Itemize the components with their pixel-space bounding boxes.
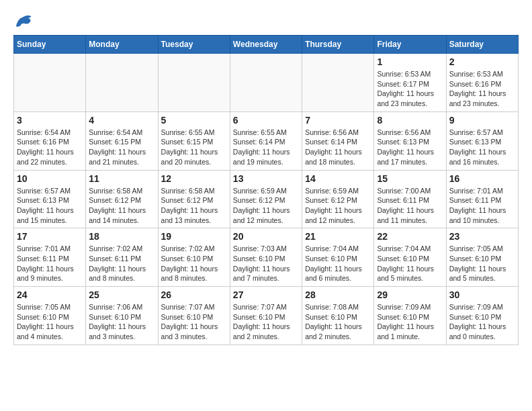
calendar-cell: 3Sunrise: 6:54 AMSunset: 6:16 PMDaylight… — [14, 111, 86, 170]
calendar-cell: 22Sunrise: 7:04 AMSunset: 6:10 PMDayligh… — [374, 228, 446, 287]
day-info: Sunrise: 7:05 AMSunset: 6:10 PMDaylight:… — [449, 244, 515, 283]
page-header — [13, 13, 519, 28]
logo-bird-icon — [13, 13, 32, 28]
calendar-cell: 4Sunrise: 6:54 AMSunset: 6:15 PMDaylight… — [86, 111, 158, 170]
day-number: 13 — [233, 173, 299, 184]
calendar-cell: 11Sunrise: 6:58 AMSunset: 6:12 PMDayligh… — [86, 170, 158, 228]
day-number: 26 — [161, 289, 227, 300]
calendar-cell: 9Sunrise: 6:57 AMSunset: 6:13 PMDaylight… — [446, 111, 518, 170]
day-info: Sunrise: 7:08 AMSunset: 6:10 PMDaylight:… — [305, 302, 371, 342]
day-info: Sunrise: 6:57 AMSunset: 6:13 PMDaylight:… — [449, 128, 515, 167]
calendar-header-row: SundayMondayTuesdayWednesdayThursdayFrid… — [14, 36, 519, 54]
day-number: 22 — [377, 231, 443, 242]
day-info: Sunrise: 7:09 AMSunset: 6:10 PMDaylight:… — [377, 302, 443, 342]
calendar-day-header: Sunday — [14, 36, 86, 54]
day-info: Sunrise: 7:03 AMSunset: 6:10 PMDaylight:… — [233, 244, 299, 283]
calendar-cell: 29Sunrise: 7:09 AMSunset: 6:10 PMDayligh… — [374, 287, 446, 345]
calendar-cell: 18Sunrise: 7:02 AMSunset: 6:11 PMDayligh… — [86, 228, 158, 287]
day-info: Sunrise: 6:58 AMSunset: 6:12 PMDaylight:… — [161, 186, 227, 226]
day-number: 28 — [305, 289, 371, 300]
calendar-day-header: Tuesday — [158, 36, 230, 54]
day-info: Sunrise: 6:57 AMSunset: 6:13 PMDaylight:… — [17, 186, 83, 226]
day-number: 25 — [89, 289, 154, 300]
calendar-cell: 24Sunrise: 7:05 AMSunset: 6:10 PMDayligh… — [14, 287, 86, 345]
day-info: Sunrise: 7:06 AMSunset: 6:10 PMDaylight:… — [89, 302, 154, 342]
calendar-cell: 1Sunrise: 6:53 AMSunset: 6:17 PMDaylight… — [374, 54, 446, 112]
calendar-cell: 6Sunrise: 6:55 AMSunset: 6:14 PMDaylight… — [230, 111, 302, 170]
calendar-cell: 2Sunrise: 6:53 AMSunset: 6:16 PMDaylight… — [446, 54, 518, 112]
day-info: Sunrise: 6:58 AMSunset: 6:12 PMDaylight:… — [89, 186, 154, 226]
calendar-cell: 13Sunrise: 6:59 AMSunset: 6:12 PMDayligh… — [230, 170, 302, 228]
logo — [13, 13, 35, 28]
day-number: 16 — [449, 173, 515, 184]
calendar-cell — [158, 54, 230, 112]
day-info: Sunrise: 6:56 AMSunset: 6:13 PMDaylight:… — [377, 128, 443, 167]
calendar-cell: 15Sunrise: 7:00 AMSunset: 6:11 PMDayligh… — [374, 170, 446, 228]
day-number: 23 — [449, 231, 515, 242]
day-info: Sunrise: 7:01 AMSunset: 6:11 PMDaylight:… — [449, 186, 515, 226]
calendar-cell: 16Sunrise: 7:01 AMSunset: 6:11 PMDayligh… — [446, 170, 518, 228]
day-number: 27 — [233, 289, 299, 300]
day-number: 12 — [161, 173, 227, 184]
day-number: 5 — [161, 115, 227, 126]
day-number: 10 — [17, 173, 83, 184]
calendar-day-header: Thursday — [302, 36, 374, 54]
day-info: Sunrise: 6:59 AMSunset: 6:12 PMDaylight:… — [233, 186, 299, 226]
calendar-cell: 26Sunrise: 7:07 AMSunset: 6:10 PMDayligh… — [158, 287, 230, 345]
calendar-cell: 8Sunrise: 6:56 AMSunset: 6:13 PMDaylight… — [374, 111, 446, 170]
day-info: Sunrise: 6:56 AMSunset: 6:14 PMDaylight:… — [305, 128, 371, 167]
day-info: Sunrise: 6:54 AMSunset: 6:15 PMDaylight:… — [89, 128, 154, 167]
day-info: Sunrise: 7:02 AMSunset: 6:11 PMDaylight:… — [89, 244, 154, 283]
day-info: Sunrise: 7:04 AMSunset: 6:10 PMDaylight:… — [377, 244, 443, 283]
day-number: 24 — [17, 289, 83, 300]
calendar-cell: 23Sunrise: 7:05 AMSunset: 6:10 PMDayligh… — [446, 228, 518, 287]
calendar-cell: 17Sunrise: 7:01 AMSunset: 6:11 PMDayligh… — [14, 228, 86, 287]
day-number: 4 — [89, 115, 154, 126]
day-number: 20 — [233, 231, 299, 242]
day-info: Sunrise: 7:02 AMSunset: 6:10 PMDaylight:… — [161, 244, 227, 283]
day-number: 1 — [377, 56, 443, 67]
day-number: 8 — [377, 115, 443, 126]
calendar-cell: 27Sunrise: 7:07 AMSunset: 6:10 PMDayligh… — [230, 287, 302, 345]
calendar-week-row: 17Sunrise: 7:01 AMSunset: 6:11 PMDayligh… — [14, 228, 519, 287]
calendar-week-row: 24Sunrise: 7:05 AMSunset: 6:10 PMDayligh… — [14, 287, 519, 345]
calendar-cell — [302, 54, 374, 112]
day-info: Sunrise: 6:54 AMSunset: 6:16 PMDaylight:… — [17, 128, 83, 167]
day-number: 11 — [89, 173, 154, 184]
day-number: 18 — [89, 231, 154, 242]
calendar-week-row: 10Sunrise: 6:57 AMSunset: 6:13 PMDayligh… — [14, 170, 519, 228]
calendar-week-row: 1Sunrise: 6:53 AMSunset: 6:17 PMDaylight… — [14, 54, 519, 112]
day-info: Sunrise: 6:55 AMSunset: 6:14 PMDaylight:… — [233, 128, 299, 167]
calendar-cell: 21Sunrise: 7:04 AMSunset: 6:10 PMDayligh… — [302, 228, 374, 287]
calendar-cell: 7Sunrise: 6:56 AMSunset: 6:14 PMDaylight… — [302, 111, 374, 170]
day-info: Sunrise: 6:59 AMSunset: 6:12 PMDaylight:… — [305, 186, 371, 226]
calendar-table: SundayMondayTuesdayWednesdayThursdayFrid… — [13, 35, 519, 345]
calendar-day-header: Monday — [86, 36, 158, 54]
day-info: Sunrise: 7:07 AMSunset: 6:10 PMDaylight:… — [161, 302, 227, 342]
calendar-cell: 30Sunrise: 7:09 AMSunset: 6:10 PMDayligh… — [446, 287, 518, 345]
day-number: 14 — [305, 173, 371, 184]
calendar-week-row: 3Sunrise: 6:54 AMSunset: 6:16 PMDaylight… — [14, 111, 519, 170]
day-number: 19 — [161, 231, 227, 242]
calendar-cell — [230, 54, 302, 112]
day-number: 17 — [17, 231, 83, 242]
day-info: Sunrise: 7:01 AMSunset: 6:11 PMDaylight:… — [17, 244, 83, 283]
day-number: 2 — [449, 56, 515, 67]
day-info: Sunrise: 6:55 AMSunset: 6:15 PMDaylight:… — [161, 128, 227, 167]
calendar-cell: 14Sunrise: 6:59 AMSunset: 6:12 PMDayligh… — [302, 170, 374, 228]
day-number: 29 — [377, 289, 443, 300]
calendar-cell: 10Sunrise: 6:57 AMSunset: 6:13 PMDayligh… — [14, 170, 86, 228]
day-number: 6 — [233, 115, 299, 126]
day-info: Sunrise: 7:07 AMSunset: 6:10 PMDaylight:… — [233, 302, 299, 342]
calendar-cell — [86, 54, 158, 112]
calendar-day-header: Friday — [374, 36, 446, 54]
day-number: 21 — [305, 231, 371, 242]
day-info: Sunrise: 6:53 AMSunset: 6:16 PMDaylight:… — [449, 69, 515, 109]
day-info: Sunrise: 6:53 AMSunset: 6:17 PMDaylight:… — [377, 69, 443, 109]
calendar-cell: 28Sunrise: 7:08 AMSunset: 6:10 PMDayligh… — [302, 287, 374, 345]
calendar-cell — [14, 54, 86, 112]
day-info: Sunrise: 7:05 AMSunset: 6:10 PMDaylight:… — [17, 302, 83, 342]
calendar-cell: 19Sunrise: 7:02 AMSunset: 6:10 PMDayligh… — [158, 228, 230, 287]
day-number: 15 — [377, 173, 443, 184]
day-info: Sunrise: 7:09 AMSunset: 6:10 PMDaylight:… — [449, 302, 515, 342]
